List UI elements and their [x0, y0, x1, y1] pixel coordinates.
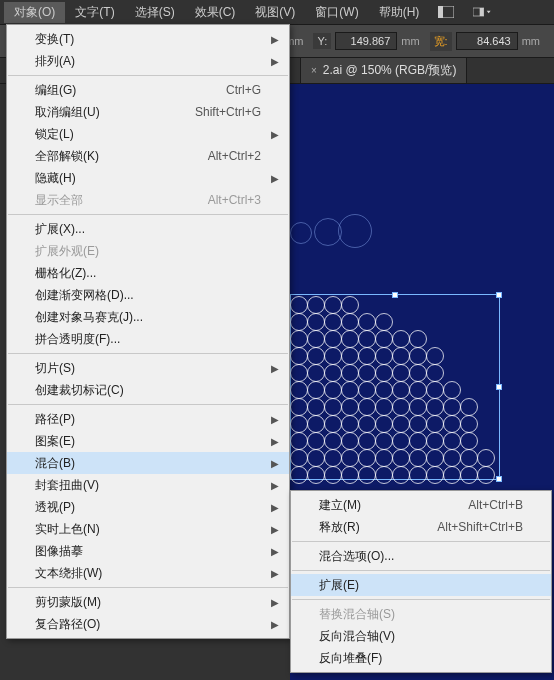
menu-separator [8, 75, 288, 76]
menu-group[interactable]: 编组(G)Ctrl+G [7, 79, 289, 101]
menu-object-mosaic[interactable]: 创建对象马赛克(J)... [7, 306, 289, 328]
submenu-arrow-icon: ▶ [271, 34, 279, 45]
tab-close[interactable]: × [311, 65, 317, 76]
w-label: 宽: [430, 32, 452, 51]
submenu-arrow-icon: ▶ [271, 56, 279, 67]
submenu-arrow-icon: ▶ [271, 480, 279, 491]
y-label: Y: [313, 33, 331, 49]
submenu-arrow-icon: ▶ [271, 568, 279, 579]
menu-envelope-distort[interactable]: 封套扭曲(V)▶ [7, 474, 289, 496]
menu-image-trace[interactable]: 图像描摹▶ [7, 540, 289, 562]
submenu-make[interactable]: 建立(M)Alt+Ctrl+B [291, 494, 551, 516]
menu-clipping-mask[interactable]: 剪切蒙版(M)▶ [7, 591, 289, 613]
menu-lock[interactable]: 锁定(L)▶ [7, 123, 289, 145]
shortcut: Alt+Ctrl+3 [208, 193, 261, 207]
selection-handle[interactable] [496, 384, 502, 390]
menu-expand[interactable]: 扩展(X)... [7, 218, 289, 240]
menu-select[interactable]: 选择(S) [125, 2, 185, 23]
menu-blend[interactable]: 混合(B)▶ [7, 452, 289, 474]
menu-effect[interactable]: 效果(C) [185, 2, 246, 23]
menu-hide[interactable]: 隐藏(H)▶ [7, 167, 289, 189]
layout-icon[interactable] [437, 3, 455, 21]
submenu-arrow-icon: ▶ [271, 436, 279, 447]
menu-unlock-all[interactable]: 全部解锁(K)Alt+Ctrl+2 [7, 145, 289, 167]
menu-perspective[interactable]: 透视(P)▶ [7, 496, 289, 518]
screen-mode-icon[interactable] [473, 3, 491, 21]
menu-path[interactable]: 路径(P)▶ [7, 408, 289, 430]
menu-help[interactable]: 帮助(H) [369, 2, 430, 23]
submenu-expand[interactable]: 扩展(E) [291, 574, 551, 596]
menu-show-all: 显示全部Alt+Ctrl+3 [7, 189, 289, 211]
submenu-arrow-icon: ▶ [271, 363, 279, 374]
menu-crop-marks[interactable]: 创建裁切标记(C) [7, 379, 289, 401]
menu-type[interactable]: 文字(T) [65, 2, 124, 23]
blend-submenu: 建立(M)Alt+Ctrl+B 释放(R)Alt+Shift+Ctrl+B 混合… [290, 490, 552, 673]
selection-handle[interactable] [496, 476, 502, 482]
document-tab[interactable]: × 2.ai @ 150% (RGB/预览) [300, 57, 467, 83]
menu-rasterize[interactable]: 栅格化(Z)... [7, 262, 289, 284]
submenu-blend-options[interactable]: 混合选项(O)... [291, 545, 551, 567]
submenu-arrow-icon: ▶ [271, 546, 279, 557]
selection-handle[interactable] [496, 292, 502, 298]
submenu-arrow-icon: ▶ [271, 502, 279, 513]
menu-separator [292, 599, 550, 600]
menu-transform[interactable]: 变换(T)▶ [7, 28, 289, 50]
submenu-arrow-icon: ▶ [271, 458, 279, 469]
submenu-reverse-front[interactable]: 反向堆叠(F) [291, 647, 551, 669]
menubar: 对象(O) 文字(T) 选择(S) 效果(C) 视图(V) 窗口(W) 帮助(H… [0, 0, 554, 24]
submenu-arrow-icon: ▶ [271, 619, 279, 630]
menu-separator [8, 587, 288, 588]
svg-rect-1 [438, 6, 443, 18]
menu-compound-path[interactable]: 复合路径(O)▶ [7, 613, 289, 635]
submenu-arrow-icon: ▶ [271, 524, 279, 535]
submenu-reverse-spine[interactable]: 反向混合轴(V) [291, 625, 551, 647]
menu-arrange[interactable]: 排列(A)▶ [7, 50, 289, 72]
menu-window[interactable]: 窗口(W) [305, 2, 368, 23]
menu-separator [8, 404, 288, 405]
shortcut: Alt+Shift+Ctrl+B [437, 520, 523, 534]
menu-separator [292, 541, 550, 542]
w-input[interactable]: 84.643 [456, 32, 518, 50]
shortcut: Alt+Ctrl+B [468, 498, 523, 512]
tab-title: 2.ai @ 150% (RGB/预览) [323, 62, 457, 79]
submenu-arrow-icon: ▶ [271, 414, 279, 425]
menu-gradient-mesh[interactable]: 创建渐变网格(D)... [7, 284, 289, 306]
svg-rect-3 [480, 8, 484, 16]
submenu-release[interactable]: 释放(R)Alt+Shift+Ctrl+B [291, 516, 551, 538]
submenu-arrow-icon: ▶ [271, 597, 279, 608]
menu-flatten-transparency[interactable]: 拼合透明度(F)... [7, 328, 289, 350]
y-input[interactable]: 149.867 [335, 32, 397, 50]
submenu-arrow-icon: ▶ [271, 173, 279, 184]
y-unit: mm [401, 35, 419, 47]
menu-separator [8, 353, 288, 354]
submenu-arrow-icon: ▶ [271, 129, 279, 140]
menu-expand-appearance: 扩展外观(E) [7, 240, 289, 262]
menu-ungroup[interactable]: 取消编组(U)Shift+Ctrl+G [7, 101, 289, 123]
shortcut: Shift+Ctrl+G [195, 105, 261, 119]
menu-slice[interactable]: 切片(S)▶ [7, 357, 289, 379]
menu-object[interactable]: 对象(O) [4, 2, 65, 23]
selection-handle[interactable] [392, 292, 398, 298]
submenu-replace-spine: 替换混合轴(S) [291, 603, 551, 625]
shortcut: Ctrl+G [226, 83, 261, 97]
menu-view[interactable]: 视图(V) [245, 2, 305, 23]
menu-text-wrap[interactable]: 文本绕排(W)▶ [7, 562, 289, 584]
menu-live-paint[interactable]: 实时上色(N)▶ [7, 518, 289, 540]
menu-separator [292, 570, 550, 571]
object-menu: 变换(T)▶ 排列(A)▶ 编组(G)Ctrl+G 取消编组(U)Shift+C… [6, 24, 290, 639]
w-unit: mm [522, 35, 540, 47]
menu-pattern[interactable]: 图案(E)▶ [7, 430, 289, 452]
shortcut: Alt+Ctrl+2 [208, 149, 261, 163]
menu-separator [8, 214, 288, 215]
